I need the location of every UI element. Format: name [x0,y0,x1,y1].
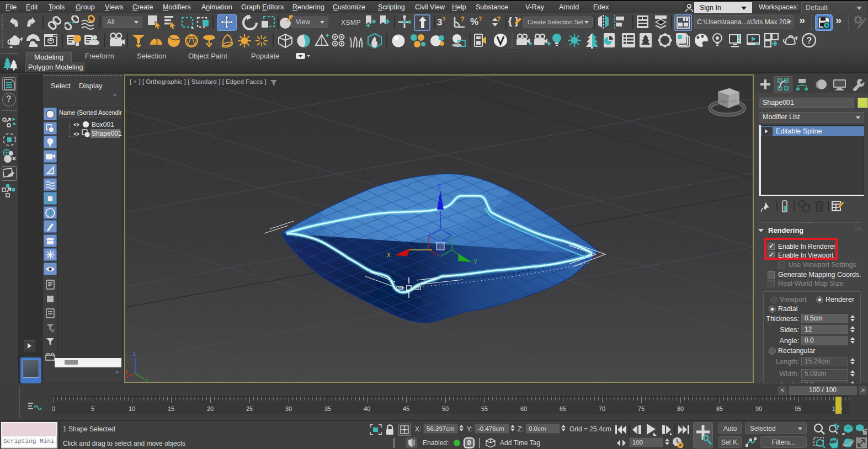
svg-text:50: 50 [442,405,449,412]
svg-text:80: 80 [677,405,684,412]
svg-text:z: z [133,351,136,357]
svg-text:95: 95 [795,405,801,412]
svg-text:0: 0 [52,405,55,412]
svg-text:Y: Y [473,259,477,265]
svg-text:30: 30 [285,405,292,412]
svg-text:25: 25 [246,405,253,412]
svg-text:?: ? [460,15,465,23]
svg-text:45: 45 [403,405,409,412]
svg-text:90: 90 [755,405,762,412]
svg-text:20: 20 [207,405,214,412]
svg-text:?: ? [807,36,812,45]
svg-text:10: 10 [129,405,135,412]
svg-text:5: 5 [91,405,94,412]
svg-text:85: 85 [716,405,723,412]
svg-text:x: x [125,368,128,375]
svg-text:75: 75 [638,405,645,412]
svg-text:?: ? [497,15,500,23]
svg-text:70: 70 [599,405,605,412]
svg-text:Z: Z [438,184,441,190]
svg-text:15: 15 [168,405,174,412]
svg-text:35: 35 [324,405,331,412]
svg-text:40: 40 [364,405,370,412]
svg-text:60: 60 [520,405,527,412]
svg-text:X: X [387,252,391,258]
svg-text:y: y [145,377,148,382]
svg-text:65: 65 [560,405,566,412]
svg-text:55: 55 [481,405,488,412]
